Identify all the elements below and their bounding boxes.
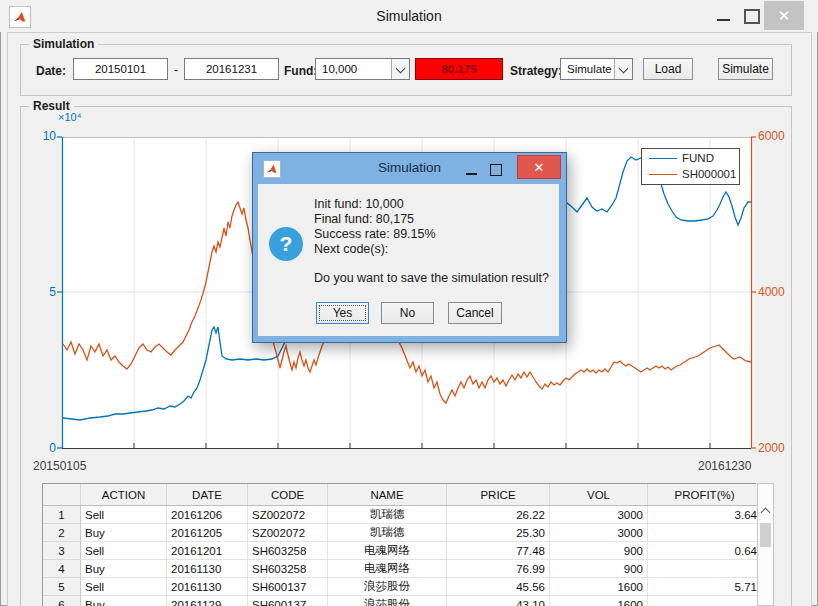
date-cell[interactable]: 20161201	[167, 542, 248, 560]
action-cell[interactable]: Sell	[81, 542, 167, 560]
table-row[interactable]: 4Buy20161130SH603258电魂网络76.99900	[43, 560, 762, 578]
vol-cell[interactable]: 3000	[550, 506, 648, 524]
profit-cell[interactable]	[648, 560, 762, 578]
chevron-down-icon	[396, 64, 406, 74]
table-row[interactable]: 6Buy20161129SH600137浪莎股份43.101600	[43, 596, 762, 606]
y-tick-0: 0	[34, 441, 56, 455]
date-to-input[interactable]: 20161231	[184, 58, 279, 80]
legend-item-sh000001: SH000001	[642, 166, 739, 183]
column-header: DATE	[167, 484, 248, 506]
date-cell[interactable]: 20161129	[167, 596, 248, 606]
name-cell[interactable]: 电魂网络	[328, 542, 447, 560]
table-row[interactable]: 1Sell20161206SZ002072凯瑞德26.2230003.64	[43, 506, 762, 524]
price-cell[interactable]: 25.30	[447, 524, 550, 542]
price-cell[interactable]: 45.56	[447, 578, 550, 596]
date-separator: -	[174, 63, 178, 77]
price-cell[interactable]: 77.48	[447, 542, 550, 560]
minimize-icon[interactable]	[717, 19, 730, 21]
code-cell[interactable]: SZ002072	[248, 524, 328, 542]
price-cell[interactable]: 43.10	[447, 596, 550, 606]
vol-cell[interactable]: 900	[550, 542, 648, 560]
fund-select-dropdown-button[interactable]	[391, 59, 409, 79]
name-cell[interactable]: 浪莎股份	[328, 596, 447, 606]
row-number[interactable]: 1	[43, 506, 81, 524]
name-cell[interactable]: 凯瑞德	[328, 506, 447, 524]
name-cell[interactable]: 电魂网络	[328, 560, 447, 578]
profit-cell[interactable]: 5.71	[648, 578, 762, 596]
date-label: Date:	[36, 64, 66, 78]
cancel-button[interactable]: Cancel	[448, 302, 502, 324]
strategy-select[interactable]: Simulate	[560, 58, 633, 80]
x-axis-end-label: 20161230	[698, 459, 751, 473]
date-cell[interactable]: 20161130	[167, 578, 248, 596]
name-cell[interactable]: 凯瑞德	[328, 524, 447, 542]
profit-cell[interactable]: 0.64	[648, 542, 762, 560]
dialog-next-codes-line: Next code(s):	[314, 242, 554, 257]
date-cell[interactable]: 20161130	[167, 560, 248, 578]
table-row[interactable]: 2Buy20161205SZ002072凯瑞德25.303000	[43, 524, 762, 542]
profit-cell[interactable]	[648, 596, 762, 606]
action-cell[interactable]: Sell	[81, 506, 167, 524]
strategy-select-dropdown-button[interactable]	[614, 59, 632, 79]
date-cell[interactable]: 20161206	[167, 506, 248, 524]
code-cell[interactable]: SH603258	[248, 542, 328, 560]
dialog-close-icon[interactable]: ✕	[517, 155, 561, 179]
column-header: PROFIT(%)	[648, 484, 762, 506]
vol-cell[interactable]: 3000	[550, 524, 648, 542]
date-from-input[interactable]: 20150101	[73, 58, 168, 80]
y2-tick-6000: 6000	[758, 129, 785, 143]
vol-cell[interactable]: 1600	[550, 596, 648, 606]
price-cell[interactable]: 76.99	[447, 560, 550, 578]
code-cell[interactable]: SZ002072	[248, 506, 328, 524]
close-icon[interactable]: ✕	[764, 1, 804, 30]
y-tick-10: 10	[34, 129, 56, 143]
table-row[interactable]: 3Sell20161201SH603258电魂网络77.489000.64	[43, 542, 762, 560]
index-line-swatch	[649, 174, 677, 175]
action-cell[interactable]: Buy	[81, 524, 167, 542]
y2-tick-4000: 4000	[758, 285, 785, 299]
simulation-dialog: Simulation ✕ ? Init fund: 10,000 Final f…	[252, 152, 567, 343]
row-number[interactable]: 6	[43, 596, 81, 606]
table-header-row: ACTIONDATECODENAMEPRICEVOLPROFIT(%)	[43, 484, 762, 506]
trade-table-container: ACTIONDATECODENAMEPRICEVOLPROFIT(%) 1Sel…	[42, 483, 756, 606]
vol-cell[interactable]: 900	[550, 560, 648, 578]
yes-button[interactable]: Yes	[316, 302, 369, 324]
row-number[interactable]: 3	[43, 542, 81, 560]
profit-cell[interactable]	[648, 524, 762, 542]
row-number[interactable]: 5	[43, 578, 81, 596]
dialog-final-fund-line: Final fund: 80,175	[314, 212, 554, 227]
code-cell[interactable]: SH600137	[248, 578, 328, 596]
code-cell[interactable]: SH603258	[248, 560, 328, 578]
code-cell[interactable]: SH600137	[248, 596, 328, 606]
row-number[interactable]: 2	[43, 524, 81, 542]
date-cell[interactable]: 20161205	[167, 524, 248, 542]
dialog-content: ? Init fund: 10,000 Final fund: 80,175 S…	[258, 184, 559, 336]
no-button[interactable]: No	[381, 302, 434, 324]
dialog-minimize-icon[interactable]	[466, 173, 477, 175]
vol-cell[interactable]: 1600	[550, 578, 648, 596]
maximize-icon[interactable]	[744, 9, 760, 24]
fund-select[interactable]: 10,000	[315, 58, 410, 80]
scrollbar-thumb[interactable]	[760, 523, 771, 547]
action-cell[interactable]: Buy	[81, 596, 167, 606]
app-window: Simulation ✕ Simulation Date: 20150101 -…	[0, 0, 818, 606]
price-cell[interactable]: 26.22	[447, 506, 550, 524]
table-row[interactable]: 5Sell20161130SH600137浪莎股份45.5616005.71	[43, 578, 762, 596]
action-cell[interactable]: Sell	[81, 578, 167, 596]
dialog-maximize-icon[interactable]	[490, 164, 502, 176]
name-cell[interactable]: 浪莎股份	[328, 578, 447, 596]
scroll-up-icon[interactable]	[761, 508, 771, 518]
row-number[interactable]: 4	[43, 560, 81, 578]
action-cell[interactable]: Buy	[81, 560, 167, 578]
simulate-button[interactable]: Simulate	[718, 58, 773, 80]
dialog-question-text: Do you want to save the simulation resul…	[314, 271, 558, 285]
column-header: NAME	[328, 484, 447, 506]
column-header: CODE	[248, 484, 328, 506]
legend-label-sh000001: SH000001	[682, 168, 736, 180]
table-scrollbar[interactable]	[757, 483, 774, 606]
profit-cell[interactable]: 3.64	[648, 506, 762, 524]
fund-label: Fund:	[284, 64, 317, 78]
load-button[interactable]: Load	[643, 58, 693, 80]
column-header: VOL	[550, 484, 648, 506]
column-header: ACTION	[81, 484, 167, 506]
